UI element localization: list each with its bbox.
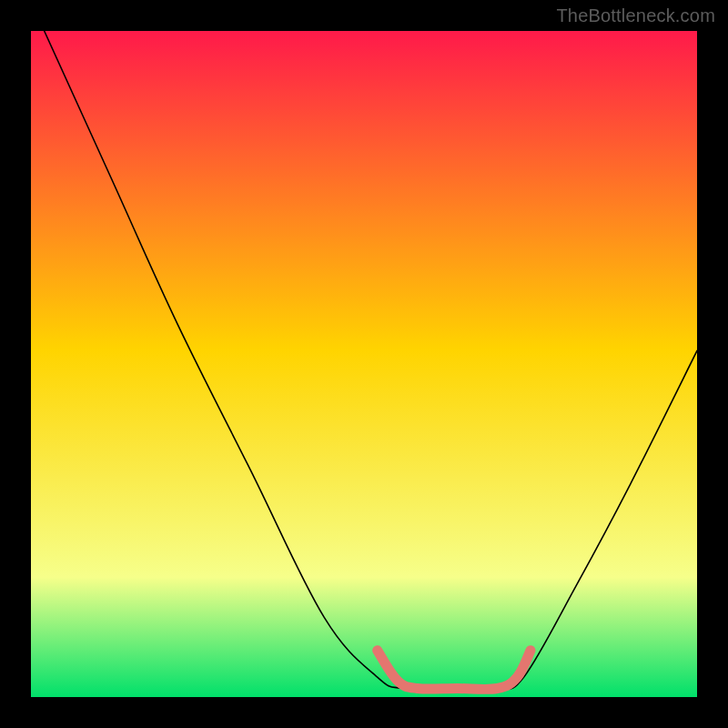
- chart-svg: [31, 31, 697, 697]
- chart-plot-area: [31, 31, 697, 697]
- watermark-text: TheBottleneck.com: [556, 5, 715, 26]
- chart-background-gradient: [31, 31, 697, 697]
